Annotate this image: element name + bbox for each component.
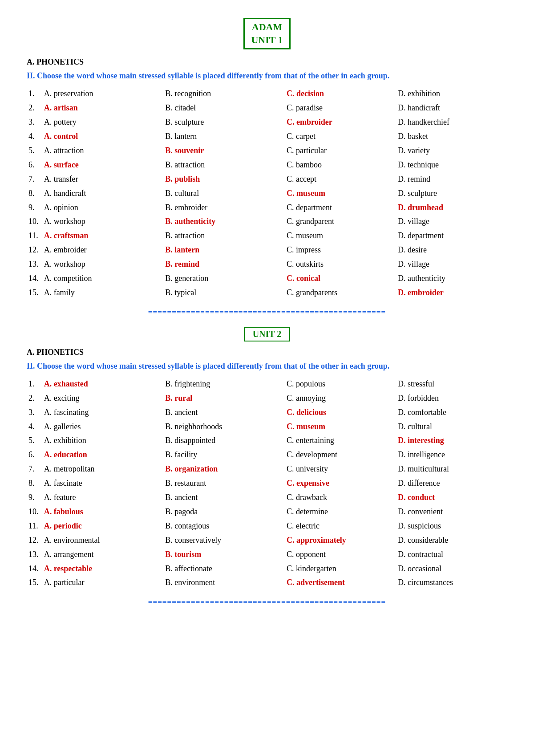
option-b: B. frightening [163, 377, 285, 391]
option-d: D. suspicious [396, 519, 507, 533]
option-b: B. publish [163, 172, 285, 187]
table-row: 2.A. artisanB. citadelC. paradiseD. hand… [27, 101, 507, 115]
question-number: 13. [27, 548, 42, 562]
unit2-instruction: II. Choose the word whose main stressed … [27, 361, 507, 372]
table-row: 5.A. exhibitionB. disappointedC. enterta… [27, 434, 507, 448]
option-b: B. neighborhoods [163, 420, 285, 434]
option-d: D. conduct [396, 491, 507, 505]
table-row: 1.A. preservationB. recognitionC. decisi… [27, 87, 507, 101]
table-row: 10.A. fabulousB. pagodaC. determineD. co… [27, 505, 507, 519]
question-number: 7. [27, 462, 42, 476]
option-c: C. particular [285, 144, 396, 158]
option-c: C. decision [285, 87, 396, 101]
option-c: C. entertaining [285, 434, 396, 448]
unit1-title: ADAM UNIT 1 [243, 18, 290, 49]
question-number: 13. [27, 257, 42, 272]
question-number: 15. [27, 576, 42, 590]
option-b: B. disappointed [163, 434, 285, 448]
option-d: D. drumhead [396, 201, 507, 215]
option-d: D. multicultural [396, 462, 507, 476]
table-row: 7.A. metropolitanB. organizationC. unive… [27, 462, 507, 476]
question-number: 1. [27, 377, 42, 391]
option-a: A. arrangement [42, 548, 164, 562]
option-c: C. paradise [285, 101, 396, 115]
unit1-instruction: II. Choose the word whose main stressed … [27, 70, 507, 81]
option-c: C. embroider [285, 115, 396, 130]
option-a: A. handicraft [42, 187, 164, 201]
table-row: 6.A. surfaceB. attractionC. bambooD. tec… [27, 158, 507, 172]
option-c: C. museum [285, 420, 396, 434]
table-row: 4.A. controlB. lanternC. carpetD. basket [27, 130, 507, 144]
option-a: A. exhausted [42, 377, 164, 391]
option-a: A. transfer [42, 172, 164, 187]
option-a: A. preservation [42, 87, 164, 101]
option-c: C. development [285, 448, 396, 462]
option-b: B. lantern [163, 130, 285, 144]
option-c: C. opponent [285, 548, 396, 562]
option-b: B. cultural [163, 187, 285, 201]
question-number: 10. [27, 505, 42, 519]
table-row: 14.A. respectableB. affectionateC. kinde… [27, 562, 507, 576]
unit2-title-box: UNIT 2 [27, 327, 507, 341]
question-number: 11. [27, 229, 42, 243]
option-b: B. authenticity [163, 215, 285, 229]
question-number: 11. [27, 519, 42, 533]
unit2-title: UNIT 2 [244, 327, 291, 341]
question-number: 8. [27, 476, 42, 491]
option-b: B. citadel [163, 101, 285, 115]
option-d: D. village [396, 257, 507, 272]
question-number: 9. [27, 491, 42, 505]
table-row: 15.A. familyB. typicalC. grandparentsD. … [27, 286, 507, 300]
table-row: 1.A. exhaustedB. frighteningC. populousD… [27, 377, 507, 391]
option-a: A. pottery [42, 115, 164, 130]
table-row: 10.A. workshopB. authenticityC. grandpar… [27, 215, 507, 229]
option-c: C. populous [285, 377, 396, 391]
option-d: D. remind [396, 172, 507, 187]
option-a: A. workshop [42, 257, 164, 272]
option-a: A. control [42, 130, 164, 144]
option-d: D. occasional [396, 562, 507, 576]
option-d: D. desire [396, 243, 507, 257]
option-a: A. exhibition [42, 434, 164, 448]
question-number: 12. [27, 533, 42, 548]
option-d: D. difference [396, 476, 507, 491]
option-a: A. surface [42, 158, 164, 172]
option-d: D. handicraft [396, 101, 507, 115]
unit1-title-box: ADAM UNIT 1 [27, 18, 507, 49]
option-a: A. artisan [42, 101, 164, 115]
option-d: D. cultural [396, 420, 507, 434]
table-row: 2.A. excitingB. ruralC. annoyingD. forbi… [27, 391, 507, 406]
option-d: D. comfortable [396, 406, 507, 420]
question-number: 10. [27, 215, 42, 229]
table-row: 5.A. attractionB. souvenirC. particularD… [27, 144, 507, 158]
option-a: A. embroider [42, 243, 164, 257]
unit1-section-heading: A. PHONETICS [27, 57, 507, 67]
option-a: A. galleries [42, 420, 164, 434]
question-number: 15. [27, 286, 42, 300]
option-c: C. electric [285, 519, 396, 533]
option-d: D. forbidden [396, 391, 507, 406]
table-row: 3.A. potteryB. sculptureC. embroiderD. h… [27, 115, 507, 130]
option-b: B. ancient [163, 406, 285, 420]
question-number: 7. [27, 172, 42, 187]
option-c: C. university [285, 462, 396, 476]
question-number: 5. [27, 434, 42, 448]
question-number: 4. [27, 420, 42, 434]
option-b: B. attraction [163, 229, 285, 243]
option-c: C. outskirts [285, 257, 396, 272]
option-a: A. craftsman [42, 229, 164, 243]
question-number: 3. [27, 406, 42, 420]
option-d: D. interesting [396, 434, 507, 448]
option-d: D. department [396, 229, 507, 243]
option-d: D. authenticity [396, 272, 507, 286]
option-d: D. convenient [396, 505, 507, 519]
option-c: C. bamboo [285, 158, 396, 172]
question-number: 14. [27, 562, 42, 576]
table-row: 3.A. fascinatingB. ancientC. deliciousD.… [27, 406, 507, 420]
option-b: B. souvenir [163, 144, 285, 158]
option-c: C. museum [285, 187, 396, 201]
option-a: A. metropolitan [42, 462, 164, 476]
option-b: B. attraction [163, 158, 285, 172]
option-d: D. circumstances [396, 576, 507, 590]
table-row: 15.A. particularB. environmentC. adverti… [27, 576, 507, 590]
